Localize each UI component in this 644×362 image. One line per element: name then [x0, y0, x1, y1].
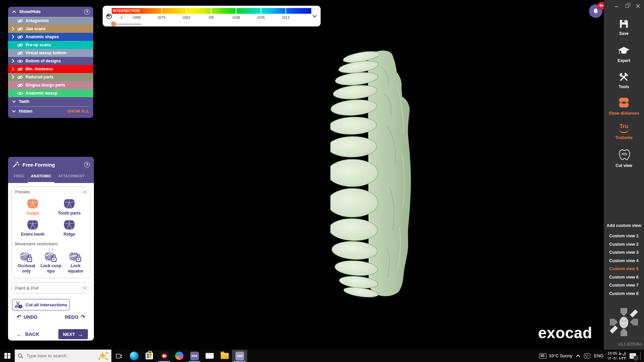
language-indicator[interactable]: ENG	[594, 353, 603, 358]
view-orientation-navigator[interactable]	[607, 305, 641, 339]
taskbar-app-file-explorer[interactable]	[217, 350, 232, 362]
expert-button[interactable]: Expert	[618, 46, 630, 63]
layer-row-antagonists[interactable]: Antagonists	[8, 17, 93, 25]
restore-button[interactable]	[622, 2, 633, 10]
eye-off-icon[interactable]	[17, 19, 23, 23]
restriction-lock-cusp-tips[interactable]: ↓ ↓ Lock cusp tips	[39, 247, 63, 274]
chevron-right-icon[interactable]	[11, 35, 15, 39]
back-button[interactable]: ← BACK	[14, 331, 41, 338]
eye-off-icon[interactable]	[17, 75, 23, 79]
layer-row-bottom-of-designs[interactable]: Bottom of designs	[8, 57, 93, 65]
layer-row-reduced-parts[interactable]: Reduced parts	[8, 73, 93, 81]
redo-button[interactable]: REDO ↷	[65, 314, 85, 320]
restriction-occlusal-only[interactable]: Occlusal only	[14, 247, 38, 274]
add-custom-view-button[interactable]: Add custom view	[604, 223, 644, 228]
layer-row-min-thickness[interactable]: Min. thickness	[8, 65, 93, 73]
preset-ridge[interactable]: Ridge	[51, 220, 88, 237]
taskbar-app-recorder[interactable]	[157, 350, 172, 362]
task-view-button[interactable]	[111, 350, 126, 362]
eye-off-icon[interactable]	[17, 27, 23, 31]
gauge-icon[interactable]	[106, 13, 112, 20]
chevron-right-icon[interactable]	[11, 67, 15, 71]
tab-anatomic[interactable]: ANATOMIC	[28, 172, 54, 183]
tab-attachment[interactable]: ATTACHMENT	[55, 172, 88, 183]
gradient-tick	[161, 8, 162, 14]
hidden-section-row[interactable]: Hidden SHOW ALL	[8, 107, 93, 116]
preset-cusps[interactable]: Cusps	[14, 198, 51, 216]
custom-view-7[interactable]: Custom view 7	[604, 281, 644, 290]
copilot-icon	[175, 352, 183, 360]
clock-date[interactable]: 10:05 ق.ظ ۱۴۰۴/۰۶/۲۳	[607, 351, 626, 361]
minimize-button[interactable]	[611, 2, 622, 10]
action-center-badge	[633, 356, 638, 360]
chevron-right-icon[interactable]	[11, 75, 15, 79]
layer-row-jaw-scans[interactable]: Jaw scans	[8, 25, 93, 33]
show-desktop-button[interactable]	[640, 352, 641, 360]
threshold-slider-handle[interactable]	[111, 21, 116, 26]
taskbar-app-copilot[interactable]	[172, 350, 187, 362]
tray-expand-chevron-icon[interactable]	[576, 354, 580, 357]
layer-row-pre-op-scans[interactable]: Pre-op scans	[8, 41, 93, 49]
chevron-down-icon[interactable]	[312, 15, 317, 18]
undo-button[interactable]: ↶ UNDO	[17, 314, 38, 320]
tool-mode-dropdown[interactable]: Paint & Pull	[11, 282, 91, 294]
help-icon[interactable]: ?	[84, 162, 90, 168]
equator-lock-icon	[68, 251, 83, 263]
dental-arch-model	[330, 46, 422, 298]
tick-label: -0/12	[281, 15, 289, 19]
layer-row-anatomic-shapes[interactable]: Anatomic shapes	[8, 33, 93, 41]
touch-keyboard-icon[interactable]	[584, 353, 590, 358]
layer-row-virtual-waxup-bottom[interactable]: Virtual waxup bottom	[8, 49, 93, 57]
custom-view-8[interactable]: Custom view 8	[604, 290, 644, 298]
search-input[interactable]	[26, 353, 95, 359]
preset-entire-tooth[interactable]: Entire tooth	[14, 220, 51, 237]
eye-off-icon[interactable]	[17, 43, 23, 47]
weather-widget[interactable]: 33°C Sunny	[539, 353, 572, 359]
tools-button[interactable]: Tools	[619, 71, 629, 89]
show-hide-header[interactable]: Show/Hide ?	[8, 7, 93, 17]
chevron-right-icon[interactable]	[11, 59, 15, 63]
custom-view-3[interactable]: Custom view 3	[604, 248, 644, 257]
scissors-info-icon: i	[14, 301, 22, 309]
preset-tooth-parts[interactable]: Tooth parts	[51, 198, 88, 216]
gradient-tick	[285, 8, 286, 14]
taskbar-search-box[interactable]	[15, 350, 111, 362]
jaws-distance-icon	[617, 97, 631, 109]
cut-view-button[interactable]: Cut view	[615, 147, 632, 168]
eye-icon[interactable]	[17, 91, 23, 96]
tab-free[interactable]: FREE	[11, 172, 27, 183]
start-button[interactable]	[0, 350, 15, 362]
chevron-right-icon[interactable]	[11, 27, 15, 31]
custom-view-6[interactable]: Custom view 6	[604, 273, 644, 282]
eye-off-icon[interactable]	[17, 51, 23, 55]
restriction-lock-equator[interactable]: Lock equator	[64, 247, 88, 274]
next-button[interactable]: NEXT →	[58, 329, 88, 339]
show-distances-button[interactable]: Show distances	[609, 97, 639, 116]
show-all-button[interactable]: SHOW ALL	[67, 109, 89, 114]
taskbar-app-store[interactable]	[142, 350, 157, 362]
layer-row-anatomic-waxup[interactable]: Anatomic waxup	[8, 89, 93, 97]
taskbar-app-mail[interactable]	[202, 350, 217, 362]
presets-section-header[interactable]: Presets	[14, 189, 88, 194]
eye-icon[interactable]	[17, 59, 23, 63]
teeth-section-row[interactable]: Teeth	[8, 97, 93, 106]
save-button[interactable]: Save	[619, 19, 629, 36]
eye-off-icon[interactable]	[17, 67, 23, 71]
trusmile-button[interactable]: Tru TruSmile	[615, 123, 633, 140]
eye-off-icon[interactable]	[17, 83, 23, 87]
custom-view-2[interactable]: Custom view 2	[604, 240, 644, 249]
custom-view-5[interactable]: Custom view 5	[604, 265, 644, 273]
eye-off-icon[interactable]	[17, 35, 23, 39]
threshold-slider-track[interactable]	[113, 24, 141, 24]
cut-all-intersections-button[interactable]: i Cut all intersections	[12, 299, 69, 310]
custom-view-4[interactable]: Custom view 4	[604, 257, 644, 265]
file-explorer-icon	[221, 353, 229, 359]
action-center-icon[interactable]	[630, 353, 636, 359]
layer-row-gingiva-design-parts[interactable]: Gingiva design parts	[8, 81, 93, 89]
taskbar-app-exo[interactable]: exo	[187, 350, 202, 362]
custom-view-1[interactable]: Custom view 1	[604, 232, 644, 240]
close-button[interactable]	[633, 2, 643, 10]
taskbar-app-edge[interactable]	[126, 350, 142, 362]
help-icon[interactable]: ?	[84, 9, 90, 15]
taskbar-app-cad[interactable]: cad	[232, 350, 247, 362]
